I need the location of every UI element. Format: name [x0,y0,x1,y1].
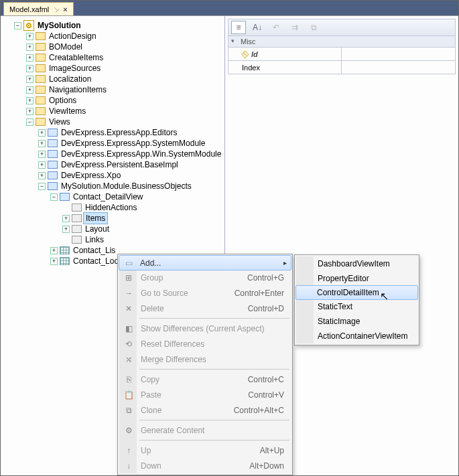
menu-item-copy[interactable]: ⎘CopyControl+C [119,372,291,387]
expander-icon[interactable]: − [14,22,21,29]
node-label: DevExpress.ExpressApp.SystemModule [59,138,207,149]
tree-node[interactable]: +Localization [5,74,224,84]
merge-icon: ⤭ [123,355,134,364]
expander-icon[interactable]: + [26,44,34,51]
tree-node[interactable]: Links [5,234,224,245]
expander-icon[interactable]: + [38,129,46,137]
node-label: Layout [83,224,111,234]
menu-label: Paste [141,390,235,400]
properties-toolbar: ≡ A↓ ↶ ⇉ ⧉ [228,19,456,36]
menu-item-group[interactable]: ⊞GroupControl+G [119,270,291,285]
pin-icon[interactable]: ⊣ [52,4,61,13]
tree-node[interactable]: +NavigationItems [5,84,224,95]
sort-button[interactable]: A↓ [250,21,265,34]
expander-icon[interactable]: + [26,33,34,40]
categorize-button[interactable]: ≡ [231,21,246,34]
expander-icon[interactable]: + [26,76,34,83]
tree-root[interactable]: − ⚙ MySolution [5,20,224,31]
menu-item-delete[interactable]: ✕DeleteControl+D [119,301,291,316]
menu-label: Generate Content [141,426,284,435]
listview-icon [60,257,70,265]
file-tab[interactable]: Model.xafml ⊣ × [3,2,74,15]
tree-node[interactable]: +Layout [5,224,224,234]
expander-icon[interactable]: + [62,215,70,222]
menu-separator [139,369,289,370]
tree-node[interactable]: −MySolution.Module.BusinessObjects [5,181,224,191]
property-row[interactable]: Index [228,61,456,74]
tree-node[interactable]: +DevExpress.Persistent.BaseImpl [5,159,224,170]
node-label: ViewItems [47,106,88,116]
node-label: Contact_Loo [71,256,121,266]
expander-icon[interactable]: + [26,108,34,115]
tree-node[interactable]: +DevExpress.Xpo [5,170,224,181]
menu-item-down[interactable]: ↓DownAlt+Down [119,458,291,473]
tree-node[interactable]: +ViewItems [5,106,224,116]
expander-icon[interactable]: + [26,54,34,62]
tree-node[interactable]: +DevExpress.ExpressApp.SystemModule [5,138,224,149]
tree-node-views[interactable]: −Views [5,116,224,127]
tree-node[interactable]: +DevExpress.ExpressApp.Win.SystemModule [5,149,224,159]
tree-node[interactable]: +CreatableItems [5,52,224,63]
tree-node[interactable]: −Contact_DetailView [5,191,224,202]
tree-node[interactable]: +ActionDesign [5,31,224,42]
expander-icon[interactable]: + [50,258,58,265]
expander-icon[interactable]: − [50,193,58,201]
menu-item-resetdiff[interactable]: ⟲Reset Differences [119,336,291,351]
submenu-label: PropertyEditor [318,274,369,283]
menu-label: Merge Differences [141,355,284,364]
menu-item-clone[interactable]: ⧉CloneControl+Alt+C [119,402,291,418]
listview-icon [60,246,70,254]
menu-item-showdiff[interactable]: ◧Show Differences (Current Aspect) [119,321,291,336]
menu-label: Clone [141,406,220,415]
tree-node[interactable]: HiddenActions [5,202,224,213]
submenu-item[interactable]: ActionContainerViewItem [296,329,417,343]
menu-item-paste[interactable]: 📋PasteControl+V [119,387,291,402]
expander-icon[interactable]: + [38,140,46,147]
menu-label: Copy [141,375,235,384]
expander-icon[interactable]: + [38,151,46,158]
expander-icon[interactable]: + [50,247,58,254]
property-value[interactable] [342,61,455,74]
submenu-item[interactable]: DashboardViewItem [296,256,417,271]
link-button[interactable]: ⧉ [306,21,321,34]
add-icon: ▭ [123,258,134,268]
group-icon: ⊞ [123,273,134,283]
item-icon [72,214,82,222]
tree-node[interactable]: +DevExpress.ExpressApp.Editors [5,127,224,138]
menu-item-mergediff[interactable]: ⤭Merge Differences [119,351,291,367]
menu-item-add[interactable]: ▭ Add... ▸ [119,255,291,270]
undo-button[interactable]: ↶ [269,21,283,34]
redo-button[interactable]: ⇉ [287,21,302,34]
close-icon[interactable]: × [63,5,67,13]
property-value[interactable] [342,48,455,60]
menu-label: Show Differences (Current Aspect) [141,324,284,333]
expander-icon[interactable]: + [26,97,34,104]
submenu-item[interactable]: StaticText [296,299,417,314]
tree-node[interactable]: +BOModel [5,42,224,52]
node-label: Options [47,95,78,106]
model-tree[interactable]: − ⚙ MySolution +ActionDesign +BOModel +C… [5,20,224,266]
menu-item-goto[interactable]: →Go to SourceControl+Enter [119,285,291,301]
expander-icon[interactable]: + [38,161,46,169]
up-icon: ↑ [123,446,134,455]
expander-icon[interactable]: + [38,172,46,179]
node-label: Items [83,212,108,224]
submenu-item-selected[interactable]: ControlDetailItem [296,285,418,300]
property-category[interactable]: Misc [228,36,456,48]
expander-icon[interactable]: + [26,86,34,94]
submenu-item[interactable]: StaticImage [296,314,417,329]
menu-item-generate[interactable]: ⚙Generate Content [119,422,291,438]
expander-icon[interactable]: + [26,65,34,72]
menu-item-up[interactable]: ↑UpAlt+Up [119,443,291,458]
property-name: Index [242,64,260,72]
node-label: MySolution.Module.BusinessObjects [59,181,194,191]
submenu-item[interactable]: PropertyEditor [296,271,417,286]
property-row[interactable]: ⚿Id [228,48,456,61]
tree-node[interactable]: +ImageSources [5,63,224,74]
tree-node[interactable]: +Options [5,95,224,106]
expander-icon[interactable]: + [62,226,70,233]
menu-separator [139,440,289,441]
tree-node-selected[interactable]: +Items [5,213,224,224]
expander-icon[interactable]: − [38,183,46,190]
expander-icon[interactable]: − [26,118,34,126]
